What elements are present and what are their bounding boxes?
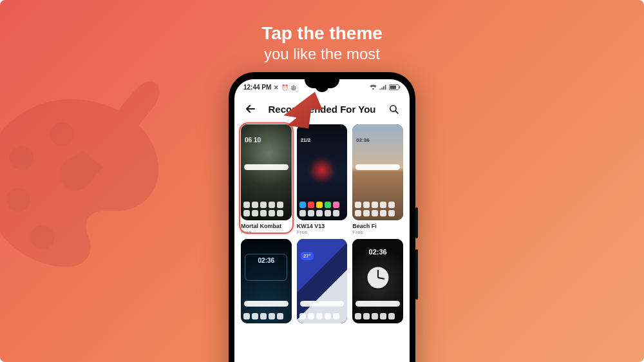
profile-icon: ◎ [291, 85, 296, 91]
wifi-icon [370, 84, 377, 91]
theme-thumb: 02:36 [352, 124, 403, 220]
thumb-clock: 02:36 [258, 257, 275, 264]
instruction-text: Tap the theme you like the most [0, 22, 644, 64]
theme-card-mortal-kombat[interactable]: 06 10 Mortal Kombat Free [241, 124, 292, 235]
svg-rect-5 [399, 86, 400, 88]
theme-title: Mortal Kombat [241, 223, 292, 229]
theme-card-beach[interactable]: 02:36 Beach Fi Free [352, 124, 403, 235]
phone-screen: 12:44 PM ✕ ⏰ ◎ [234, 79, 410, 362]
thumb-iconrow [243, 202, 289, 216]
thumb-search-pill [355, 301, 400, 307]
thumb-iconrow [299, 313, 345, 319]
theme-title: KW14 V13 [297, 223, 348, 229]
svg-point-7 [390, 105, 395, 111]
status-bar: 12:44 PM ✕ ⏰ ◎ [234, 79, 410, 96]
theme-thumb: 06 10 [241, 124, 292, 220]
analog-clock-icon [365, 265, 391, 291]
thumb-clock: 02:36 [369, 248, 387, 256]
screen-header: Recommended For You [234, 96, 410, 122]
search-button[interactable] [386, 102, 401, 116]
palette-bg-icon [0, 77, 180, 296]
tutorial-slide: Tap the theme you like the most 12:44 PM… [0, 0, 644, 362]
svg-point-0 [10, 146, 33, 170]
theme-card-4[interactable]: 02:36 [241, 239, 292, 323]
theme-card-6[interactable]: 02:36 [352, 239, 403, 323]
thumb-iconrow [355, 202, 401, 216]
thumb-search-pill [244, 164, 289, 170]
thumb-clock: 02:36 [356, 137, 369, 143]
theme-thumb: 27° [297, 239, 348, 323]
svg-line-8 [395, 111, 398, 113]
thumb-search-pill [300, 301, 345, 307]
instruction-line2: you like the most [0, 44, 644, 64]
theme-title: Beach Fi [352, 223, 403, 229]
dnd-icon: ✕ [274, 85, 279, 91]
svg-point-1 [6, 188, 30, 212]
arrow-left-icon [245, 103, 256, 115]
thumb-iconrow [299, 202, 345, 216]
theme-thumb: 02:36 [241, 239, 292, 323]
instruction-line1: Tap the theme [0, 22, 644, 44]
back-button[interactable] [243, 102, 258, 116]
battery-icon [389, 84, 401, 91]
theme-price: Free [241, 229, 292, 235]
thumb-clock: 27° [301, 252, 314, 260]
theme-grid: 06 10 Mortal Kombat Free 21/2 KW14 V13 [234, 122, 410, 323]
status-time: 12:44 PM [243, 84, 271, 91]
thumb-search-pill [244, 301, 289, 307]
svg-point-3 [50, 122, 74, 146]
signal-icon [379, 84, 386, 91]
theme-thumb: 21/2 [297, 124, 348, 220]
theme-price: Free [297, 229, 348, 235]
theme-card-kw14[interactable]: 21/2 KW14 V13 Free [297, 124, 348, 235]
theme-card-5[interactable]: 27° [297, 239, 348, 323]
alarm-icon: ⏰ [281, 85, 289, 91]
page-title: Recommended For You [258, 104, 386, 115]
search-icon [388, 104, 399, 115]
thumb-iconrow [355, 313, 401, 319]
thumb-clock: 06 10 [245, 137, 261, 143]
thumb-clock: 21/2 [301, 137, 311, 143]
thumb-iconrow [243, 313, 289, 319]
svg-rect-6 [390, 85, 396, 89]
theme-price: Free [352, 229, 403, 235]
svg-point-2 [30, 225, 54, 249]
theme-thumb: 02:36 [352, 239, 403, 323]
thumb-search-pill [355, 164, 400, 170]
phone-mockup: 12:44 PM ✕ ⏰ ◎ [229, 72, 415, 362]
